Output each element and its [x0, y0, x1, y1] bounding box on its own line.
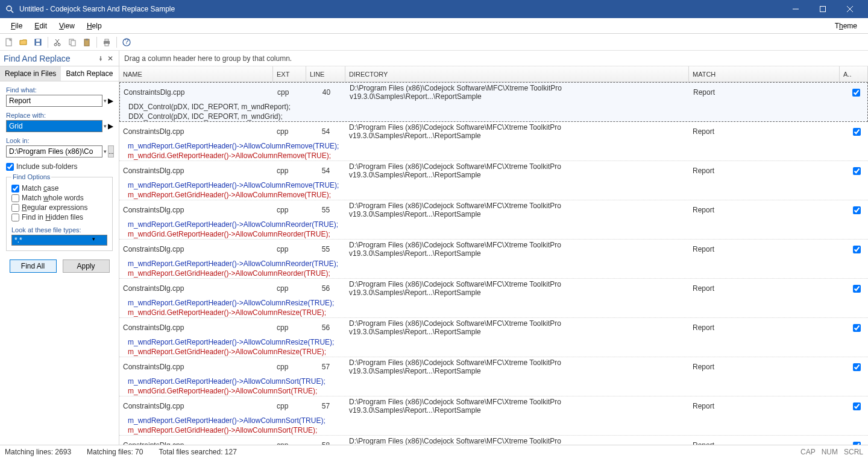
row-checkbox[interactable] [853, 128, 861, 136]
col-ext[interactable]: EXT [273, 66, 306, 81]
minimize-button[interactable] [782, 0, 809, 18]
hidden-files-checkbox[interactable] [11, 214, 19, 221]
row-checkbox[interactable] [853, 324, 861, 332]
cell-check[interactable] [840, 200, 868, 220]
cell-dir: D:\Program Files (x86)\Codejock Software… [345, 396, 689, 416]
help-icon[interactable]: ? [120, 36, 133, 49]
status-total-files: Total files searched: 127 [159, 448, 236, 456]
table-row[interactable]: ConstraintsDlg.cppcpp57D:\Program Files … [119, 396, 868, 436]
look-in-label: Look in: [6, 137, 113, 144]
cell-check[interactable] [840, 122, 868, 141]
table-row[interactable]: ConstraintsDlg.cppcpp56D:\Program Files … [119, 318, 868, 357]
cell-match: Report [690, 83, 840, 102]
svg-rect-9 [36, 43, 40, 45]
svg-rect-15 [71, 40, 75, 46]
cell-ext: cpp [274, 83, 307, 102]
row-checkbox[interactable] [853, 402, 861, 410]
include-subfolders-label: Include sub-folders [16, 162, 77, 171]
match-whole-words-checkbox[interactable] [11, 194, 19, 202]
cell-check[interactable] [840, 240, 868, 259]
window-title: Untitled - Codejock Search And Replace S… [19, 5, 782, 13]
row-checkbox[interactable] [852, 89, 860, 97]
app-icon [5, 4, 14, 14]
cell-check[interactable] [840, 318, 868, 337]
cell-ext: cpp [273, 436, 306, 445]
table-row[interactable]: ConstraintsDlg.cppcpp56D:\Program Files … [119, 279, 868, 318]
menu-view[interactable]: View [53, 19, 81, 33]
cell-match: Report [689, 357, 840, 377]
save-icon[interactable] [31, 36, 45, 49]
open-icon[interactable] [17, 36, 30, 49]
close-button[interactable] [836, 0, 863, 18]
pin-icon[interactable] [96, 54, 105, 63]
cell-check[interactable] [840, 279, 868, 298]
grid-body[interactable]: ConstraintsDlg.cppcpp40D:\Program Files … [119, 82, 868, 445]
copy-icon[interactable] [66, 36, 79, 49]
row-checkbox[interactable] [853, 206, 861, 214]
row-checkbox[interactable] [853, 167, 861, 175]
cell-dir: D:\Program Files (x86)\Codejock Software… [345, 318, 689, 337]
table-row[interactable]: ConstraintsDlg.cppcpp54D:\Program Files … [119, 161, 868, 200]
find-what-expand-icon[interactable]: ▶ [108, 97, 113, 105]
print-icon[interactable] [100, 36, 113, 49]
cell-check[interactable] [840, 396, 868, 416]
cell-check[interactable] [840, 357, 868, 377]
cut-icon[interactable] [51, 36, 64, 49]
menu-edit[interactable]: Edit [28, 19, 53, 33]
panel-close-icon[interactable]: ✕ [105, 54, 115, 63]
table-row[interactable]: ConstraintsDlg.cppcpp57D:\Program Files … [119, 357, 868, 396]
row-checkbox[interactable] [853, 246, 861, 253]
table-row[interactable]: ConstraintsDlg.cppcpp54D:\Program Files … [119, 122, 868, 161]
row-checkbox[interactable] [853, 285, 861, 293]
col-a[interactable]: A.. [840, 66, 868, 81]
regex-checkbox[interactable] [11, 204, 19, 212]
cell-name: ConstraintsDlg.cpp [119, 240, 273, 259]
code-line: m_wndReport.GetGridHeader()->AllowColumn… [128, 348, 326, 356]
find-all-button[interactable]: Find All [10, 259, 57, 273]
col-line[interactable]: LINE [306, 66, 345, 81]
row-checkbox[interactable] [853, 363, 861, 371]
col-name[interactable]: NAME [119, 66, 273, 81]
table-row[interactable]: ConstraintsDlg.cppcpp55D:\Program Files … [119, 200, 868, 240]
svg-rect-8 [36, 39, 40, 42]
cell-match: Report [689, 318, 840, 337]
include-subfolders-checkbox[interactable] [6, 163, 14, 171]
cell-check[interactable] [840, 436, 868, 445]
col-match[interactable]: MATCH [689, 66, 840, 81]
maximize-button[interactable] [809, 0, 836, 18]
new-icon[interactable] [2, 36, 16, 49]
col-directory[interactable]: DIRECTORY [345, 66, 689, 81]
cell-check[interactable] [840, 83, 867, 102]
find-what-input[interactable] [6, 95, 102, 107]
match-case-checkbox[interactable] [11, 185, 19, 192]
table-row[interactable]: ConstraintsDlg.cppcpp55D:\Program Files … [119, 240, 868, 279]
cell-dir: D:\Program Files (x86)\Codejock Software… [345, 161, 689, 180]
browse-button[interactable]: ... [108, 145, 114, 157]
tab-batch-replace[interactable]: Batch Replace [61, 66, 118, 81]
replace-with-input[interactable] [6, 120, 102, 132]
look-in-input[interactable] [6, 145, 102, 157]
paste-icon[interactable] [80, 36, 93, 49]
replace-with-expand-icon[interactable]: ▶ [108, 122, 113, 130]
results-panel: Drag a column header here to group by th… [119, 51, 868, 445]
cell-line: 56 [306, 318, 345, 337]
table-row[interactable]: ConstraintsDlg.cppcpp40D:\Program Files … [119, 82, 868, 122]
cell-name: ConstraintsDlg.cpp [119, 396, 273, 416]
menu-file[interactable]: File [5, 19, 28, 33]
menu-help[interactable]: Help [81, 19, 108, 33]
cell-line: 55 [306, 200, 345, 220]
svg-text:?: ? [125, 37, 129, 46]
apply-button[interactable]: Apply [63, 259, 110, 273]
cell-check[interactable] [840, 161, 868, 180]
file-types-input[interactable] [11, 235, 107, 246]
code-line: m_wndReport.GetGridHeader()->AllowColumn… [128, 191, 331, 199]
menu-theme[interactable]: Theme [829, 19, 863, 33]
cell-ext: cpp [273, 318, 306, 337]
tab-replace-in-files[interactable]: Replace in Files [0, 66, 61, 81]
group-bar[interactable]: Drag a column header here to group by th… [119, 51, 868, 66]
table-row[interactable]: ConstraintsDlg.cppcpp58D:\Program Files … [119, 436, 868, 445]
title-bar: Untitled - Codejock Search And Replace S… [0, 0, 868, 18]
cell-line: 56 [306, 279, 345, 298]
code-line: m_wndReport.GetReportHeader()->AllowColu… [128, 142, 339, 150]
cell-match: Report [689, 240, 840, 259]
